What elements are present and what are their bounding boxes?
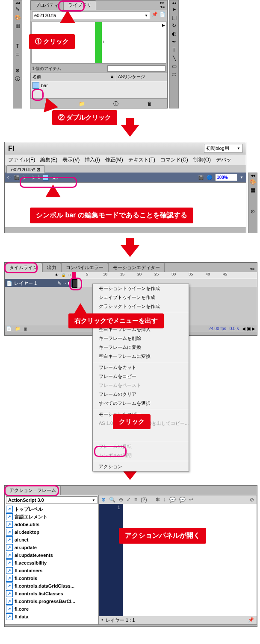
back-icon[interactable]: ⇦	[7, 175, 11, 180]
ctx-create-classic[interactable]: クラシックトゥイーンを作成	[93, 302, 189, 311]
workspace-dropdown[interactable]: 初期blog用	[204, 144, 242, 153]
script-tree[interactable]: ↗トップレベル ↗言語エレメント ↗adobe.utils ↗air.deskt…	[5, 505, 98, 624]
tool-palette[interactable]: 🎨	[14, 14, 21, 21]
eye-icon[interactable]: 👁	[55, 273, 59, 278]
ctx-actions[interactable]: アクション	[93, 462, 189, 471]
new-folder2-icon[interactable]: 📁	[15, 326, 20, 331]
tree-fl-controls[interactable]: ↗fl.controls	[5, 574, 98, 582]
tool-info[interactable]: ⓘ	[14, 75, 21, 82]
ctx-copy[interactable]: フレームをコピー	[93, 372, 189, 381]
file-dropdown[interactable]: e02120.fla	[32, 12, 150, 19]
tool-rect[interactable]: □	[14, 50, 21, 58]
menu-text[interactable]: テキスト(T)	[128, 156, 155, 164]
ctx-convert-key[interactable]: キーフレームに変換	[93, 343, 189, 352]
tree-fl-datagrid[interactable]: ↗fl.controls.dataGridClass...	[5, 582, 98, 590]
zoom-input[interactable]	[215, 174, 237, 181]
menu-edit[interactable]: 編集(E)	[40, 156, 57, 164]
new-icon[interactable]: 📄	[160, 12, 165, 19]
ctx-create-motion[interactable]: モーショントゥイーンを作成	[93, 284, 189, 293]
ctx-create-shape[interactable]: シェイプトゥイーンを作成	[93, 293, 189, 302]
search-input[interactable]	[107, 65, 165, 72]
tree-air-net[interactable]: ↗air.net	[5, 536, 98, 544]
tree-fl-progress[interactable]: ↗fl.controls.progressBarCl...	[5, 597, 98, 605]
tool-align[interactable]: ⊕	[14, 67, 21, 74]
tool-grid[interactable]: ▦	[14, 22, 21, 29]
timeline-ruler[interactable]: 5 10 15 20 25 30 35 40 45	[72, 272, 257, 279]
menu-file[interactable]: ファイル(F)	[8, 156, 35, 164]
tool-text2[interactable]: T	[170, 46, 178, 54]
tool-subselect[interactable]: ⬚	[170, 14, 178, 21]
tree-fl-list[interactable]: ↗fl.controls.listClasses	[5, 590, 98, 597]
menu-modify[interactable]: 修正(M)	[105, 156, 123, 164]
tree-adobe-utils[interactable]: ↗adobe.utils	[5, 521, 98, 528]
tool-help[interactable]: ⊙	[249, 208, 257, 215]
menu-control[interactable]: 制御(O)	[193, 156, 211, 164]
menu-command[interactable]: コマンド(C)	[160, 156, 188, 164]
callout-1: ① クリック	[29, 34, 75, 49]
tool-line[interactable]: ╲	[170, 54, 178, 62]
format-icon[interactable]: ≡	[134, 497, 137, 503]
ctx-cut[interactable]: フレームをカット	[93, 363, 189, 372]
add-icon[interactable]: ⊕	[101, 497, 106, 503]
menu-view[interactable]: 表示(V)	[62, 156, 80, 164]
tree-fl-data[interactable]: ↗fl.data	[5, 613, 98, 621]
tree-fl-core[interactable]: ↗fl.core	[5, 605, 98, 613]
uncomment-icon[interactable]: 💬	[179, 497, 186, 503]
document-tab[interactable]: e02120.fla* ⊠	[6, 165, 45, 173]
tree-air-update[interactable]: ↗air.update	[5, 544, 98, 551]
tool-lasso[interactable]: ◐	[170, 30, 178, 38]
lock-icon[interactable]: 🔒	[61, 273, 66, 278]
tab-motion[interactable]: モーションエディター	[108, 263, 165, 272]
tree-lang[interactable]: ↗言語エレメント	[5, 513, 98, 521]
ctx-select-all[interactable]: すべてのフレームを選択	[93, 399, 189, 408]
pin2-icon[interactable]: ↩	[189, 497, 193, 503]
col-linkage[interactable]: ASリンケージ	[116, 73, 167, 81]
tree-fl-containers[interactable]: ↗fl.containers	[5, 567, 98, 574]
ctx-delete-key[interactable]: キーフレームを削除	[93, 334, 189, 343]
outline-icon[interactable]: □	[68, 273, 71, 278]
comment-icon[interactable]: 💬	[169, 497, 176, 503]
pin-icon[interactable]: 📌	[152, 12, 158, 19]
tool-text[interactable]: T	[14, 42, 21, 50]
pin-status-icon[interactable]: 📌	[248, 617, 254, 624]
tool-pen[interactable]: ✒	[170, 38, 178, 46]
new-layer-icon[interactable]: 📄	[6, 326, 12, 331]
tab-output[interactable]: 出力	[42, 263, 61, 272]
new-folder-icon[interactable]: 📁	[78, 100, 86, 108]
col-name[interactable]: 名前	[32, 74, 41, 79]
help2-icon[interactable]: ⊘	[250, 497, 254, 503]
tab-compile[interactable]: コンパイルエラー	[61, 263, 108, 272]
layer-name[interactable]: レイヤー 1	[14, 280, 37, 287]
menu-debug[interactable]: デバッ	[216, 156, 231, 164]
code-editor[interactable]	[123, 504, 257, 616]
ctx-convert-blank[interactable]: 空白キーフレームに変換	[93, 352, 189, 361]
tree-fl-access[interactable]: ↗fl.accessibility	[5, 559, 98, 567]
tool-transform[interactable]: ↻	[170, 22, 178, 29]
ctx-clear[interactable]: フレームのクリア	[93, 390, 189, 399]
find-icon[interactable]: 🔍	[109, 497, 115, 503]
tree-toplevel[interactable]: ↗トップレベル	[5, 505, 98, 513]
delete-layer-icon[interactable]: 🗑	[24, 326, 28, 331]
tool-pencil[interactable]: ✎	[14, 6, 21, 13]
menu-insert[interactable]: 挿入(I)	[85, 156, 100, 164]
properties-icon[interactable]: ⓘ	[112, 100, 120, 108]
tool-oval[interactable]: ⬭	[170, 70, 178, 78]
tool-rect2[interactable]: ▭	[170, 62, 178, 70]
target-icon[interactable]: ⊕	[119, 497, 123, 503]
script-version-dropdown[interactable]: ActionScript 3.0	[6, 496, 98, 504]
delete-icon[interactable]: 🗑	[146, 100, 154, 108]
tool-arrow[interactable]: ➤	[170, 6, 178, 13]
play-icon[interactable]: ▶	[162, 23, 165, 27]
hint-icon[interactable]: (?)	[141, 497, 147, 503]
tool-swatch[interactable]: ▦	[249, 186, 257, 194]
collapse-icon[interactable]: ↕	[163, 497, 166, 503]
callout-6: アクションパネルが開く	[119, 528, 206, 544]
edit-symbol-icon[interactable]: 🔵	[207, 175, 213, 180]
library-item-bar[interactable]: bar	[31, 81, 167, 90]
edit-scene-icon[interactable]: 🎬	[198, 175, 204, 180]
check-icon[interactable]: ✓	[127, 497, 131, 503]
tool-palette2[interactable]: 🎨	[249, 178, 257, 186]
tree-air-update-ev[interactable]: ↗air.update.events	[5, 551, 98, 559]
debug-icon[interactable]: ✽	[156, 497, 160, 503]
tree-air-desktop[interactable]: ↗air.desktop	[5, 528, 98, 536]
